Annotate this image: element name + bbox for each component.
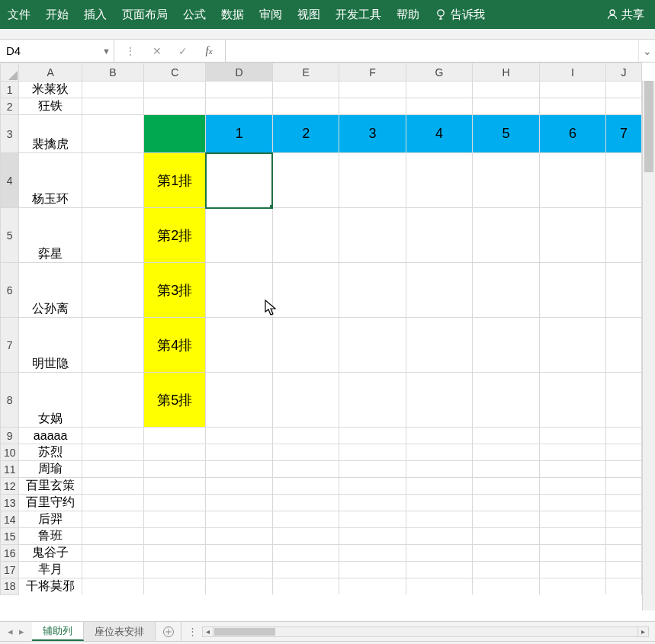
name-box-input[interactable] xyxy=(0,40,114,62)
cell[interactable] xyxy=(473,545,539,562)
cell[interactable]: 百里守约 xyxy=(19,495,82,511)
cell[interactable] xyxy=(82,495,143,511)
share-button[interactable]: 共享 xyxy=(596,8,655,22)
cell[interactable] xyxy=(406,444,472,461)
cell[interactable] xyxy=(339,153,406,208)
cell[interactable] xyxy=(272,444,339,461)
cell[interactable]: 杨玉环 xyxy=(19,153,82,208)
cell[interactable] xyxy=(144,444,206,461)
cell[interactable] xyxy=(82,115,143,153)
cell[interactable] xyxy=(82,263,143,318)
cell[interactable]: 5 xyxy=(473,115,539,153)
row-header[interactable]: 15 xyxy=(1,528,19,545)
cell[interactable] xyxy=(406,373,472,428)
cell[interactable] xyxy=(539,263,605,318)
cell[interactable] xyxy=(339,461,406,478)
cell[interactable] xyxy=(206,578,272,595)
cell[interactable]: 第5排 xyxy=(144,373,206,428)
row-header[interactable]: 18 xyxy=(1,578,19,595)
cell[interactable] xyxy=(539,208,605,263)
cell[interactable] xyxy=(606,153,642,208)
cell[interactable] xyxy=(606,461,642,478)
cell[interactable] xyxy=(272,98,339,115)
column-header[interactable]: D xyxy=(206,63,272,82)
cell[interactable] xyxy=(606,578,642,595)
row-header[interactable]: 10 xyxy=(1,444,19,461)
cell[interactable] xyxy=(82,444,143,461)
row-header[interactable]: 14 xyxy=(1,511,19,528)
cell[interactable] xyxy=(272,263,339,318)
cell[interactable] xyxy=(339,428,406,444)
vertical-scrollbar[interactable] xyxy=(642,81,655,610)
cell[interactable] xyxy=(82,428,143,444)
cell[interactable] xyxy=(82,318,143,373)
row-header[interactable]: 9 xyxy=(1,428,19,444)
cell[interactable]: 干将莫邪 xyxy=(19,578,82,595)
cell[interactable] xyxy=(272,578,339,595)
row-header[interactable]: 1 xyxy=(1,82,19,98)
cell[interactable]: 第1排 xyxy=(144,153,206,208)
column-header[interactable]: A xyxy=(19,63,82,82)
cell[interactable] xyxy=(82,82,143,98)
cell[interactable] xyxy=(82,461,143,478)
cell[interactable] xyxy=(272,461,339,478)
cell[interactable] xyxy=(206,153,272,208)
cell[interactable]: aaaaa xyxy=(19,428,82,444)
row-header[interactable]: 11 xyxy=(1,461,19,478)
cell[interactable] xyxy=(539,461,605,478)
cell[interactable] xyxy=(473,263,539,318)
cell[interactable] xyxy=(272,528,339,545)
cell[interactable] xyxy=(406,461,472,478)
cell[interactable] xyxy=(272,373,339,428)
cell[interactable] xyxy=(606,444,642,461)
cell[interactable] xyxy=(144,428,206,444)
cell[interactable] xyxy=(144,115,206,153)
cell[interactable]: 裴擒虎 xyxy=(19,115,82,153)
cell[interactable]: 女娲 xyxy=(19,373,82,428)
cell[interactable] xyxy=(82,153,143,208)
cell[interactable] xyxy=(606,478,642,495)
cell[interactable] xyxy=(406,511,472,528)
cell[interactable] xyxy=(606,263,642,318)
row-header[interactable]: 6 xyxy=(1,263,19,318)
cell[interactable] xyxy=(206,373,272,428)
cell[interactable] xyxy=(606,511,642,528)
cell[interactable] xyxy=(606,318,642,373)
cell[interactable] xyxy=(539,444,605,461)
cell[interactable]: 2 xyxy=(272,115,339,153)
cell[interactable] xyxy=(82,562,143,578)
menu-view[interactable]: 视图 xyxy=(290,0,328,29)
cell[interactable] xyxy=(272,153,339,208)
row-header[interactable]: 13 xyxy=(1,495,19,511)
cell[interactable] xyxy=(339,528,406,545)
cell[interactable] xyxy=(606,562,642,578)
cell[interactable] xyxy=(473,478,539,495)
cell[interactable] xyxy=(144,478,206,495)
cell[interactable] xyxy=(473,318,539,373)
column-header[interactable]: F xyxy=(339,63,406,82)
column-header[interactable]: C xyxy=(144,63,206,82)
column-header[interactable]: H xyxy=(473,63,539,82)
menu-formulas[interactable]: 公式 xyxy=(175,0,214,29)
cell[interactable] xyxy=(82,528,143,545)
cell[interactable] xyxy=(606,545,642,562)
cell[interactable] xyxy=(82,478,143,495)
cell[interactable] xyxy=(473,578,539,595)
fx-icon[interactable]: fx xyxy=(196,40,222,62)
cell[interactable] xyxy=(539,578,605,595)
row-header[interactable]: 17 xyxy=(1,562,19,578)
menu-home[interactable]: 开始 xyxy=(38,0,76,29)
cell[interactable] xyxy=(406,82,472,98)
cell[interactable] xyxy=(606,495,642,511)
cell[interactable] xyxy=(539,562,605,578)
cell[interactable]: 第2排 xyxy=(144,208,206,263)
cell[interactable] xyxy=(339,263,406,318)
cell[interactable] xyxy=(339,478,406,495)
cell[interactable] xyxy=(339,373,406,428)
cell[interactable] xyxy=(272,318,339,373)
row-header[interactable]: 4 xyxy=(1,153,19,208)
cell[interactable]: 明世隐 xyxy=(19,318,82,373)
cell[interactable]: 芈月 xyxy=(19,562,82,578)
cell[interactable] xyxy=(473,528,539,545)
row-header[interactable]: 5 xyxy=(1,208,19,263)
